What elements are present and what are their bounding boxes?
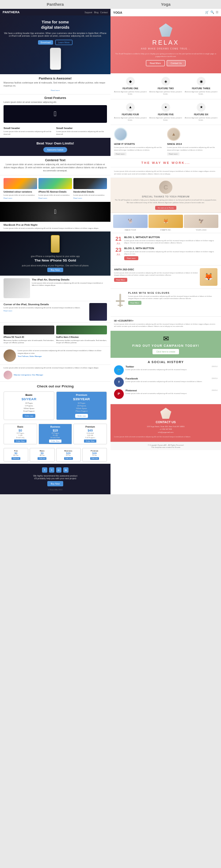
p-gopro-title: GoPro Hero 3 Review <box>56 336 107 338</box>
p-pricing-title: Check out our Pricing <box>0 382 110 390</box>
y-feature-5-icon: ● <box>161 103 170 112</box>
p-pricing-basic-btn[interactable]: Order now <box>23 414 35 418</box>
p-iphone-subtitle: give iPhone a compelling layout to your … <box>4 255 107 258</box>
p-col-img-3 <box>73 178 107 189</box>
y-feature-6-title: FEATURE SIX <box>184 113 218 116</box>
p-4-premium-btn[interactable]: Order now <box>90 457 99 460</box>
p-footer-buy-btn[interactable]: Buy Now <box>47 481 63 486</box>
p-4-basic-btn[interactable]: Order now <box>38 457 46 460</box>
p-pricing-premium-btn[interactable]: Order now <box>75 414 88 418</box>
y-pinterest-icon: P <box>114 389 124 399</box>
y-blog-1-row: 21 JUL BLOG 1, WITHOUT BUTTON Lorem ipsu… <box>114 236 217 245</box>
p-avatar-1 <box>4 349 16 362</box>
p-iphone-promo: give iPhone a compelling layout to your … <box>0 231 110 276</box>
y-feature-3-title: FEATURE THREE <box>184 87 218 90</box>
p-footer-recommend-text: We highly recommend this awesome product… <box>4 474 107 480</box>
p-col-text-1: Lorem ipsum dolor sit amet consectetur. <box>4 194 37 196</box>
p-corner-btn[interactable]: Read more <box>4 310 12 312</box>
p-hero-subtitle: We have a striking header App animation.… <box>4 32 107 37</box>
p-pricing-basic: Basic $0/YEAR 10 Pages 5 Projects 100mb … <box>4 391 54 420</box>
p-pricing-premium-price: $39/YEAR <box>58 397 105 401</box>
p-awesome-read-more[interactable]: Read more <box>51 89 60 91</box>
p-pricing-basic-price: $0/YEAR <box>6 397 52 401</box>
y-feature-5-text: Aenean dignissim pulvinar lectus posuere… <box>149 117 183 121</box>
p-3-premium-price: $49 <box>75 429 105 432</box>
y-since-triangle-icon: ▲ <box>171 132 176 136</box>
y-search-icon[interactable]: 🔍 <box>210 11 214 14</box>
y-footer: © Copyright DynamoAX - All Rights Reserv… <box>110 442 221 450</box>
p-ipad-section: The iPad Air, Stunning Details Lorem ips… <box>0 276 110 301</box>
p-feature-2-text: Lorem ipsum dolor sit amet consectetur a… <box>56 130 107 135</box>
p-pricing-2col: Basic $0/YEAR 10 Pages 5 Projects 100mb … <box>0 390 110 422</box>
p-col-btn-2[interactable]: Read more <box>38 197 47 199</box>
p-3-basic-btn[interactable]: Order Now <box>14 440 26 443</box>
p-3-premium-btn[interactable]: Order Now <box>84 440 96 443</box>
p-touchid-title: iPhone 5S Touch ID <box>4 336 54 338</box>
p-social-gplus-icon[interactable]: g+ <box>56 467 61 473</box>
p-3-business-btn[interactable]: Order Now <box>49 440 61 443</box>
p-social-twitter-icon[interactable]: t <box>49 467 54 473</box>
y-social-section: A SOCIAL HISTORY 🐦 Twitter 23/9/14 Lorem… <box>110 358 221 404</box>
p-feature-1-title: Small header <box>4 127 54 129</box>
p-pricing-3-basic: Basic $0 10 Pages 5 GB Email only Order … <box>4 424 37 444</box>
y-planes-btn[interactable]: Read More <box>128 301 141 305</box>
y-pinterest-name: Pinterest <box>126 389 137 392</box>
p-4-premium-label: TB Plan <box>84 455 105 456</box>
p-macbook-section:  MacBook Pro at Pink Night Lorem ipsum … <box>0 202 110 231</box>
y-feature-2: ◈ FEATURE TWO Aenean dignissim pulvinar … <box>149 77 183 95</box>
p-pricing-basic-f2: 5 Projects <box>6 405 52 407</box>
y-hero-contact-btn[interactable]: Contact Us <box>167 60 186 66</box>
panthera-label: Panthera <box>0 0 110 9</box>
y-thanks-section: C SPECIAL THANKS TO YOGA PREMIUM The Sma… <box>110 178 221 212</box>
y-cart-icon[interactable]: 🛒 <box>205 11 209 14</box>
yoga-panel: YOGA 🛒 🔍 ☰ RELAX AND MAKE DREAMS COME TR… <box>110 9 221 494</box>
y-how-starts-btn[interactable]: Read more <box>114 152 126 155</box>
p-avatar-2 <box>4 371 12 379</box>
p-ipad-content: The iPad Air, Stunning Details Lorem ips… <box>32 278 107 287</box>
y-cta-btn[interactable]: Click here to create <box>152 349 179 354</box>
p-nav-blog[interactable]: Blog <box>94 11 99 14</box>
p-testimonial-1: Lorem ipsum dolor sit amet consectetur a… <box>0 347 110 365</box>
p-col-btn-3[interactable]: Read more <box>73 197 82 199</box>
y-since-text: Lorem ipsum dolor sit amet consectetur a… <box>167 146 217 151</box>
y-gallery-img-3: 🦅 <box>184 215 218 228</box>
p-corner-text: Lorem ipsum dolor sit amet consectetur a… <box>4 307 88 309</box>
y-blog-2-btn[interactable]: Read more <box>124 256 138 260</box>
p-imac-image:  <box>4 105 107 123</box>
y-since-btn[interactable]: Read more <box>167 152 179 155</box>
p-iphone-buy-btn[interactable]: Buy Now <box>47 268 63 272</box>
p-nav-contact[interactable]: Contact <box>100 11 108 14</box>
p-beat-btn[interactable]: Awesome button <box>43 147 67 152</box>
y-cta-envelope-icon: ✉ <box>114 334 217 343</box>
p-hero-download-btn[interactable]: Download <box>38 40 53 45</box>
y-thanks-btn[interactable]: Go visit us in iTunes <box>155 206 176 210</box>
p-col-img-1 <box>4 178 37 189</box>
y-hero-read-btn[interactable]: Read More <box>146 60 165 66</box>
y-menu-icon[interactable]: ☰ <box>216 11 218 14</box>
p-nav-support[interactable]: Support <box>84 11 92 14</box>
y-pinterest-content: Pinterest 23/9/14 Lorem ipsum dolor sit … <box>126 389 217 395</box>
p-macbook-title: MacBook Pro at Pink Night <box>4 224 107 226</box>
y-anita-btn[interactable]: Read More <box>114 278 127 282</box>
y-gallery-img-2: 🦊 <box>149 215 183 228</box>
p-hero-learn-btn[interactable]: Learn More <box>55 40 73 45</box>
p-col-btn-1[interactable]: Read more <box>4 197 12 199</box>
p-social-facebook-icon[interactable]: f <box>42 467 47 473</box>
p-4-premium: Premium $49 TB Plan Order now <box>82 448 107 462</box>
p-three-col: Unlimited colour variations Lorem ipsum … <box>0 175 110 202</box>
y-contact-title: CONTACT US <box>114 421 217 424</box>
y-planes-text: Lorem ipsum dolor sit amet consectetur a… <box>128 295 217 300</box>
p-social-linkedin-icon[interactable]: in <box>63 467 69 473</box>
p-ipad-title: The iPad Air, Stunning Details <box>32 278 107 281</box>
p-gopro: GoPro Hero 3 Review Maecenas facilisis s… <box>56 326 107 344</box>
p-pricing-premium-f1: 50 Pages <box>58 402 105 404</box>
y-contact-section: CONTACT US 123 Yoga Street, Suite 100, N… <box>110 404 221 442</box>
y-pinterest-date: 23/9/14 <box>212 389 217 392</box>
y-logo: YOGA <box>113 11 122 14</box>
y-thanks-text: The Small Template is crafted to help yo… <box>114 199 217 204</box>
y-pt-letter: P <box>118 392 120 396</box>
y-gallery-3: 🦅 YOUR LOGO <box>184 215 218 231</box>
y-feature-1-icon: ◆ <box>126 77 135 86</box>
p-4-free-btn[interactable]: Order now <box>11 457 20 460</box>
p-4-business-btn[interactable]: Order now <box>64 457 73 460</box>
